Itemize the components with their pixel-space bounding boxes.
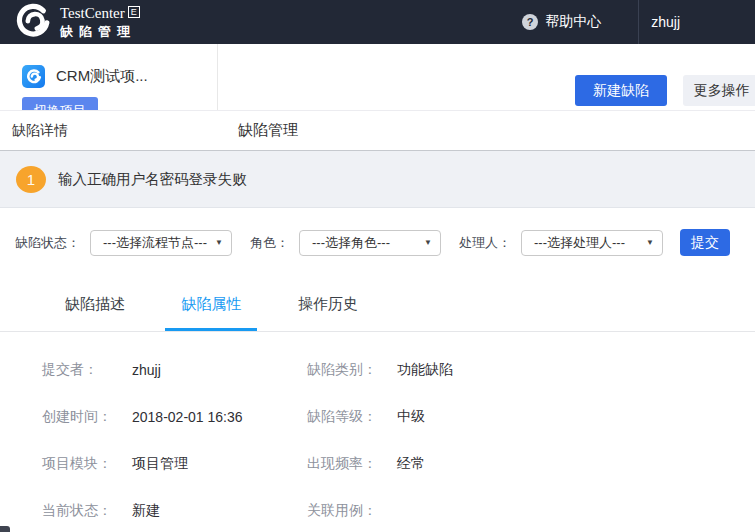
field-label: 缺陷类别： xyxy=(307,361,397,379)
defect-banner: 1 输入正确用户名密码登录失败 xyxy=(0,150,755,208)
page-header-row: CRM测试项... 切换项目 缺陷管理 新建缺陷 更多操作 ▾ xyxy=(0,44,755,110)
field-label: 出现频率： xyxy=(307,455,397,473)
field-label: 项目模块： xyxy=(42,455,132,473)
help-center-link[interactable]: ? 帮助中心 xyxy=(522,13,601,31)
field-label: 缺陷等级： xyxy=(307,408,397,426)
field-value: zhujj xyxy=(132,362,161,378)
more-operations-button[interactable]: 更多操作 ▾ xyxy=(683,75,755,106)
workflow-filter-bar: 缺陷状态： ---选择流程节点--- ▼ 角色： ---选择角色--- ▼ 处理… xyxy=(0,229,755,256)
workflow-node-select[interactable]: ---选择流程节点--- ▼ xyxy=(90,230,232,256)
field-defect-level: 缺陷等级： 中级 xyxy=(307,393,755,440)
brand-logo[interactable]: TestCenter E 缺陷管理 xyxy=(14,3,140,41)
field-value: 经常 xyxy=(397,455,425,473)
field-value: 新建 xyxy=(132,502,160,520)
field-submitter: 提交者： zhujj xyxy=(42,346,307,393)
select-caret-icon: ▼ xyxy=(646,238,654,247)
tab-operation-history[interactable]: 操作历史 xyxy=(282,278,374,331)
field-label: 提交者： xyxy=(42,361,132,379)
field-label: 关联用例： xyxy=(307,502,397,520)
select-caret-icon: ▼ xyxy=(215,238,223,247)
defect-management-page: { "navbar": { "brand_title": "TestCenter… xyxy=(0,0,755,532)
top-navbar: TestCenter E 缺陷管理 ? 帮助中心 zhujj xyxy=(0,0,755,44)
project-swirl-icon xyxy=(22,65,45,88)
field-current-status: 当前状态： 新建 xyxy=(42,487,307,532)
project-name: CRM测试项... xyxy=(56,67,148,86)
more-operations-label: 更多操作 xyxy=(694,82,750,100)
handler-label: 处理人： xyxy=(459,234,511,252)
defect-status-label: 缺陷状态： xyxy=(15,234,80,252)
defect-attributes-panel: 提交者： zhujj 缺陷类别： 功能缺陷 创建时间： 2018-02-01 1… xyxy=(0,332,755,532)
breadcrumb: 缺陷详情 xyxy=(0,110,755,150)
role-select-value: ---选择角色--- xyxy=(312,234,390,252)
navbar-right: ? 帮助中心 zhujj xyxy=(522,0,755,44)
field-value: 功能缺陷 xyxy=(397,361,453,379)
role-select[interactable]: ---选择角色--- ▼ xyxy=(299,230,441,256)
help-center-label: 帮助中心 xyxy=(545,13,601,31)
field-linked-case: 关联用例： xyxy=(307,487,755,532)
user-menu[interactable]: zhujj xyxy=(651,14,680,30)
detail-tabs: 缺陷描述 缺陷属性 操作历史 xyxy=(0,278,755,332)
edition-badge: E xyxy=(128,6,140,18)
new-defect-button[interactable]: 新建缺陷 xyxy=(575,75,667,106)
field-created-time: 创建时间： 2018-02-01 16:36 xyxy=(42,393,307,440)
tab-defect-attributes[interactable]: 缺陷属性 xyxy=(165,278,257,331)
field-project-module: 项目模块： 项目管理 xyxy=(42,440,307,487)
brand-title: TestCenter xyxy=(60,5,125,22)
field-value: 项目管理 xyxy=(132,455,188,473)
tab-defect-description[interactable]: 缺陷描述 xyxy=(49,278,141,331)
clipped-corner-widget xyxy=(0,526,10,532)
field-label: 当前状态： xyxy=(42,502,132,520)
breadcrumb-title: 缺陷详情 xyxy=(12,122,68,140)
brand-subtitle: 缺陷管理 xyxy=(60,25,140,39)
switch-project-button[interactable]: 切换项目 xyxy=(22,97,98,110)
role-label: 角色： xyxy=(250,234,289,252)
navbar-divider xyxy=(638,0,639,44)
field-defect-category: 缺陷类别： 功能缺陷 xyxy=(307,346,755,393)
field-occurrence-frequency: 出现频率： 经常 xyxy=(307,440,755,487)
defect-index-badge: 1 xyxy=(16,166,46,193)
testcenter-swirl-icon xyxy=(14,3,52,41)
brand-text: TestCenter E 缺陷管理 xyxy=(60,5,140,39)
project-cell: CRM测试项... 切换项目 xyxy=(0,44,218,110)
field-value: 中级 xyxy=(397,408,425,426)
field-value: 2018-02-01 16:36 xyxy=(132,409,243,425)
handler-select-value: ---选择处理人--- xyxy=(534,234,625,252)
handler-select[interactable]: ---选择处理人--- ▼ xyxy=(521,230,663,256)
current-project[interactable]: CRM测试项... xyxy=(22,65,217,88)
workflow-node-select-value: ---选择流程节点--- xyxy=(103,234,207,252)
field-label: 创建时间： xyxy=(42,408,132,426)
select-caret-icon: ▼ xyxy=(424,238,432,247)
submit-button[interactable]: 提交 xyxy=(680,229,730,256)
defect-title: 输入正确用户名密码登录失败 xyxy=(58,170,247,189)
question-mark-icon: ? xyxy=(522,14,538,30)
page-head: 缺陷管理 新建缺陷 更多操作 ▾ xyxy=(218,44,755,110)
page-title: 缺陷管理 xyxy=(238,121,298,140)
